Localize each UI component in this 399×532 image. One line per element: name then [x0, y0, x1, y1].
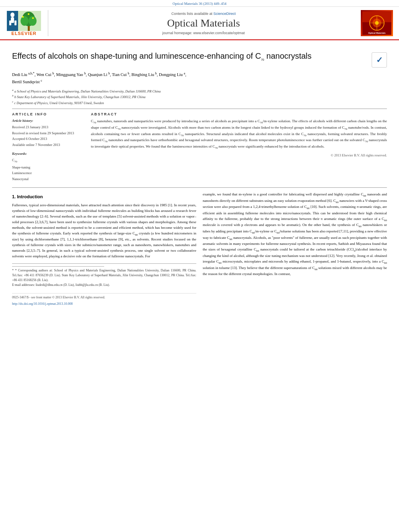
- info-abstract-section: ARTICLE INFO Article history: Received 2…: [12, 112, 387, 182]
- available-online-date: Available online 7 November 2013: [12, 142, 84, 148]
- svg-point-11: [22, 16, 24, 18]
- keyword-luminescence: Luminescence: [12, 170, 84, 176]
- abstract-title: ABSTRACT: [91, 112, 387, 116]
- intro-paragraph-2: example, we found that m-xylene is a goo…: [203, 192, 387, 277]
- author-bertil: Bertil Sundqvist c: [12, 80, 42, 84]
- svg-point-9: [21, 16, 29, 26]
- article-info-title: ARTICLE INFO: [12, 112, 84, 116]
- authors-section: Dedi Liu a,b,*, Wen Cui b, Mingguang Yao…: [12, 71, 387, 86]
- journal-header: ELSEVIER Contents lists available at Sci…: [0, 7, 399, 40]
- crossmark-badge: ✓: [372, 52, 387, 68]
- author-dedi-liu: Dedi Liu a,b,*, Wen Cui b, Mingguang Yao…: [12, 72, 186, 77]
- optical-materials-badge: Optical Materials: [361, 10, 393, 36]
- accepted-date: Accepted 6 October 2013: [12, 136, 84, 142]
- elsevier-logo-section: ELSEVIER: [4, 10, 48, 36]
- footnote-star: * * Corresponding authors at: School of …: [12, 268, 196, 283]
- keyword-nanocrystal: Nanocrystal: [12, 176, 84, 182]
- footnote-divider: [12, 266, 104, 267]
- article-info-column: ARTICLE INFO Article history: Received 2…: [12, 112, 84, 182]
- svg-point-13: [28, 13, 29, 15]
- journal-bar: Optical Materials 36 (2013) 449–454: [0, 0, 399, 7]
- svg-rect-4: [9, 21, 11, 25]
- doi-link[interactable]: http://dx.doi.org/10.1016/j.optmat.2013.…: [12, 302, 73, 306]
- article-history: Article history: Received 23 January 201…: [12, 119, 84, 148]
- affiliation-a: a a School of Physics and Materials Engi…: [12, 88, 387, 94]
- bottom-copyright: 0925-3467/$ - see front matter © 2013 El…: [12, 295, 105, 300]
- section1-heading: 1. Introduction: [12, 193, 196, 200]
- keywords-heading: Keywords:: [12, 152, 84, 156]
- keywords-section: Keywords: C70 Shape-tuning Luminescence …: [12, 152, 84, 182]
- keyword-shape-tuning: Shape-tuning: [12, 164, 84, 170]
- svg-point-12: [32, 17, 34, 19]
- article-body: Effects of alcohols on shape-tuning and …: [0, 40, 399, 311]
- affiliation-b: b b State Key Laboratory of Superhard Ma…: [12, 94, 387, 100]
- svg-text:Optical Materials: Optical Materials: [368, 32, 385, 34]
- received-revised-date: Received in revised form 29 September 20…: [12, 130, 84, 136]
- bottom-bar: 0925-3467/$ - see front matter © 2013 El…: [12, 293, 196, 302]
- keyword-c70: C70: [12, 157, 84, 164]
- section-divider-1: [12, 109, 387, 109]
- sciencedirect-link: Contents lists available at ScienceDirec…: [171, 12, 236, 16]
- journal-title-section: Contents lists available at ScienceDirec…: [52, 10, 355, 36]
- affiliation-c: c c Department of Physics, Umeå Universi…: [12, 100, 387, 106]
- article-title-section: Effects of alcohols on shape-tuning and …: [12, 44, 387, 71]
- footnote-email: E-mail addresses: liudedi@dlnu.edu.cn (D…: [12, 283, 196, 288]
- crossmark-icon: ✓: [376, 55, 383, 65]
- elsevier-text-label: ELSEVIER: [11, 31, 36, 36]
- journal-main-title: Optical Materials: [167, 17, 240, 29]
- journal-logo-image: Optical Materials: [362, 10, 391, 36]
- svg-rect-3: [11, 17, 14, 23]
- elsevier-logo-graphic: [7, 11, 41, 31]
- main-right-column: example, we found that m-xylene is a goo…: [203, 192, 387, 307]
- article-title: Effects of alcohols on shape-tuning and …: [12, 51, 368, 62]
- svg-point-2: [10, 12, 14, 17]
- svg-rect-5: [14, 21, 16, 25]
- footnote-section: * * Corresponding authors at: School of …: [12, 263, 196, 288]
- main-left-column: 1. Introduction Fullerenes, typical zero…: [12, 192, 196, 307]
- abstract-text: C70 nanotubes, nanorods and nanoparticle…: [91, 119, 387, 158]
- received-date: Received 23 January 2013: [12, 124, 84, 130]
- intro-paragraph-1: Fullerenes, typical zero-dimensional mat…: [12, 203, 196, 259]
- journal-homepage: journal homepage: www.elsevier.com/locat…: [162, 31, 245, 35]
- abstract-column: ABSTRACT C70 nanotubes, nanorods and nan…: [91, 112, 387, 182]
- doi-link-section: http://dx.doi.org/10.1016/j.optmat.2013.…: [12, 302, 196, 306]
- affiliations-section: a a School of Physics and Materials Engi…: [12, 88, 387, 106]
- main-content-section: 1. Introduction Fullerenes, typical zero…: [12, 187, 387, 307]
- journal-citation: Optical Materials 36 (2013) 449–454: [173, 2, 226, 6]
- copyright-notice: © 2013 Elsevier B.V. All rights reserved…: [91, 153, 387, 158]
- history-heading: Article history:: [12, 119, 84, 123]
- journal-badge-section: Optical Materials: [359, 10, 395, 36]
- sciencedirect-label: ScienceDirect: [214, 12, 236, 16]
